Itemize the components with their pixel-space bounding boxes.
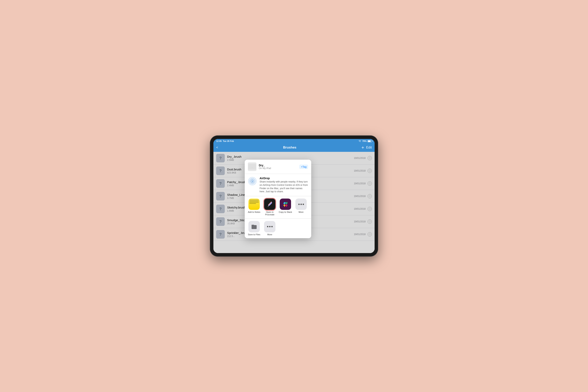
app-item-procreate[interactable]: Open in Procreate <box>262 198 277 216</box>
dot-1 <box>298 204 300 205</box>
svg-point-5 <box>252 180 253 182</box>
procreate-label: Open in Procreate <box>262 211 277 216</box>
battery-percent: 79% <box>362 140 367 142</box>
date: Tue 26 Feb <box>223 140 234 142</box>
action-item-more-actions[interactable]: More <box>262 221 277 236</box>
slack-logo-svg <box>282 201 289 208</box>
more-actions-dots-icon <box>267 226 273 227</box>
share-file-thumbnail: ... <box>248 162 256 171</box>
airdrop-section: AirDrop Share instantly with people near… <box>245 174 311 196</box>
svg-rect-7 <box>285 202 285 203</box>
page-title: Brushes <box>283 146 296 150</box>
app-row: Add to Notes <box>245 196 311 218</box>
notes-icon-wrap <box>248 198 260 210</box>
edit-button[interactable]: Edit <box>366 146 372 150</box>
slack-label: Copy to Slack <box>279 211 292 214</box>
procreate-icon-wrap <box>264 198 275 210</box>
wifi-icon <box>358 140 361 142</box>
share-file-location: On My iPad <box>259 167 297 170</box>
svg-rect-17 <box>285 205 287 206</box>
content-area: ? Dry_.brush 2.5MB 19/01/2018 ⓘ ? Dust.b… <box>213 152 375 253</box>
slack-icon-wrap <box>280 198 291 210</box>
more-apps-label: More <box>299 211 304 214</box>
notes-icon <box>248 198 260 210</box>
app-item-more[interactable]: More <box>293 198 309 216</box>
more-icon-bg <box>295 198 307 210</box>
action-row: Save to Files More <box>245 219 311 238</box>
action-dot-2 <box>269 226 270 227</box>
procreate-brush-svg <box>266 200 273 208</box>
share-preview: ... Dry_ On My iPad +Tag <box>245 160 311 174</box>
nav-bar: < Brushes + Edit <box>213 143 375 152</box>
tag-button[interactable]: +Tag <box>299 164 308 169</box>
svg-rect-19 <box>251 225 254 226</box>
share-file-info: Dry_ On My iPad <box>259 164 297 170</box>
status-right: 79% <box>358 140 372 142</box>
notes-line-1 <box>249 200 259 200</box>
nav-actions: + Edit <box>362 145 372 150</box>
file-preview-image: ... <box>248 164 256 170</box>
app-item-slack[interactable]: Copy to Slack <box>278 198 293 216</box>
save-files-icon <box>251 224 257 230</box>
save-files-label: Save to Files <box>248 233 260 236</box>
svg-rect-11 <box>285 203 287 204</box>
svg-rect-13 <box>284 206 285 206</box>
status-left: 12:05 Tue 26 Feb <box>216 140 234 142</box>
add-button[interactable]: + <box>362 145 364 150</box>
back-button[interactable]: < <box>216 146 218 150</box>
share-sheet: ... Dry_ On My iPad +Tag <box>245 160 311 238</box>
airdrop-rings-svg <box>248 177 257 186</box>
airdrop-icon <box>248 177 257 186</box>
svg-text:...: ... <box>251 166 253 168</box>
dot-3 <box>303 204 304 205</box>
share-overlay[interactable]: ... Dry_ On My iPad +Tag <box>213 152 375 253</box>
airdrop-text: AirDrop Share instantly with people near… <box>259 177 308 193</box>
more-actions-label: More <box>267 233 272 236</box>
time: 12:05 <box>216 140 222 142</box>
three-dots-icon <box>298 204 304 205</box>
notes-line-2 <box>249 201 259 202</box>
action-item-save-files[interactable]: Save to Files <box>247 221 261 236</box>
action-dot-3 <box>271 226 273 227</box>
airdrop-description: Share instantly with people nearby. If t… <box>259 180 308 193</box>
dot-2 <box>301 204 302 205</box>
ipad-device: 12:05 Tue 26 Feb 79% < Brushes <box>210 136 378 256</box>
more-actions-icon-wrap <box>264 221 275 232</box>
notes-label: Add to Notes <box>248 211 260 214</box>
notes-line-3 <box>249 202 259 203</box>
airdrop-title: AirDrop <box>259 177 308 180</box>
notes-line-4 <box>249 203 256 204</box>
save-files-icon-wrap <box>248 221 260 232</box>
battery-icon <box>368 140 372 142</box>
svg-rect-10 <box>287 202 287 203</box>
action-dot-1 <box>267 226 268 227</box>
app-item-notes[interactable]: Add to Notes <box>247 198 261 216</box>
procreate-icon <box>264 198 275 210</box>
screen: 12:05 Tue 26 Feb 79% < Brushes <box>213 139 375 253</box>
share-file-name: Dry_ <box>259 164 297 167</box>
more-icon-wrap <box>295 198 307 210</box>
slack-icon-bg <box>280 198 291 210</box>
status-bar: 12:05 Tue 26 Feb 79% <box>213 139 375 143</box>
svg-rect-16 <box>286 206 287 206</box>
